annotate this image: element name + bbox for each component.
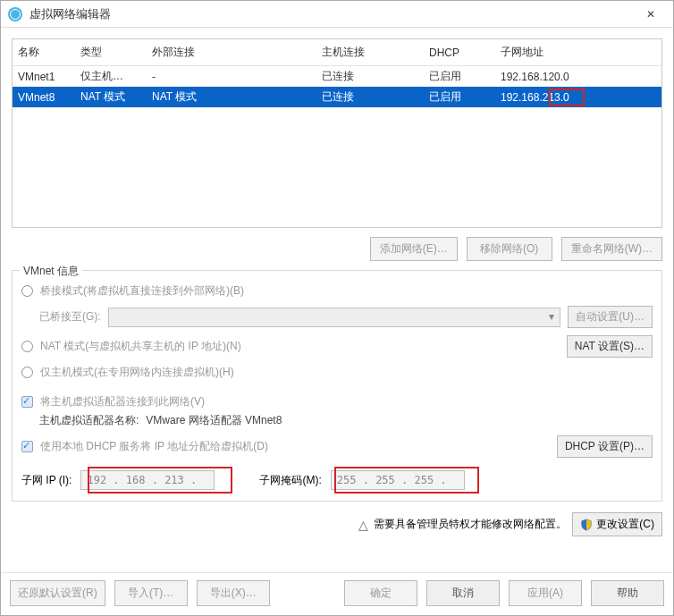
virtual-network-editor-window: 虚拟网络编辑器 ✕ 名称 类型 外部连接 主机连接 DHCP 子网地址 (0, 0, 674, 616)
cancel-button[interactable]: 取消 (426, 580, 500, 606)
bridge-mode-radio (21, 285, 33, 297)
table-row[interactable]: VMnet1 仅主机… - 已连接 已启用 192.168.120.0 (13, 66, 661, 88)
col-dhcp[interactable]: DHCP (424, 39, 495, 66)
help-button[interactable]: 帮助 (591, 580, 664, 606)
auto-settings-button: 自动设置(U)… (568, 306, 653, 328)
bridge-mode-label: 桥接模式(将虚拟机直接连接到外部网络)(B) (40, 283, 244, 299)
dhcp-label: 使用本地 DHCP 服务将 IP 地址分配给虚拟机(D) (40, 439, 268, 454)
col-name[interactable]: 名称 (13, 39, 75, 66)
content-area: 名称 类型 外部连接 主机连接 DHCP 子网地址 VMnet1 仅主机… - … (1, 28, 673, 572)
window-title: 虚拟网络编辑器 (29, 6, 636, 22)
networks-table[interactable]: 名称 类型 外部连接 主机连接 DHCP 子网地址 VMnet1 仅主机… - … (12, 38, 662, 228)
dhcp-settings-button[interactable]: DHCP 设置(P)… (557, 435, 653, 458)
bridged-to-label: 已桥接至(G): (39, 309, 101, 325)
admin-warning-row: △ 需要具备管理员特权才能修改网络配置。 更改设置(C) (12, 507, 662, 542)
host-adapter-name-prefix: 主机虚拟适配器名称: (39, 413, 139, 428)
export-button: 导出(X)… (197, 580, 270, 606)
admin-warning-text: 需要具备管理员特权才能修改网络配置。 (374, 517, 567, 532)
restore-defaults-button: 还原默认设置(R) (10, 580, 105, 606)
table-header-row: 名称 类型 外部连接 主机连接 DHCP 子网地址 (13, 39, 661, 66)
ok-button: 确定 (344, 580, 417, 606)
subnet-ip-label: 子网 IP (I): (21, 473, 72, 488)
bridged-to-dropdown (108, 308, 561, 327)
nat-settings-button[interactable]: NAT 设置(S)… (567, 335, 653, 358)
subnet-mask-input (331, 470, 465, 490)
host-adapter-name-value: VMware 网络适配器 VMnet8 (146, 413, 282, 428)
rename-network-button: 重命名网络(W)… (561, 237, 662, 261)
col-host[interactable]: 主机连接 (316, 39, 424, 66)
col-ext[interactable]: 外部连接 (147, 39, 316, 66)
apply-button: 应用(A) (509, 580, 582, 606)
change-settings-button[interactable]: 更改设置(C) (572, 512, 662, 536)
remove-network-button: 移除网络(O) (467, 237, 552, 261)
app-globe-icon (8, 7, 22, 21)
host-adapter-connect-checkbox (21, 396, 33, 408)
shield-icon (580, 519, 593, 531)
col-subnet[interactable]: 子网地址 (495, 39, 661, 66)
add-network-button: 添加网络(E)… (370, 237, 458, 261)
close-icon: ✕ (646, 8, 655, 21)
group-title: VMnet 信息 (20, 264, 82, 279)
table-row[interactable]: VMnet8 NAT 模式 NAT 模式 已连接 已启用 192.168.213… (13, 87, 661, 107)
subnet-ip-input (80, 470, 215, 490)
hostonly-mode-radio (21, 367, 33, 378)
host-adapter-connect-label: 将主机虚拟适配器连接到此网络(V) (40, 394, 205, 409)
col-type[interactable]: 类型 (75, 39, 147, 66)
nat-mode-radio (21, 341, 33, 352)
table-buttons: 添加网络(E)… 移除网络(O) 重命名网络(W)… (12, 233, 662, 263)
vmnet-info-group: VMnet 信息 桥接模式(将虚拟机直接连接到外部网络)(B) 已桥接至(G):… (12, 270, 662, 502)
close-button[interactable]: ✕ (636, 1, 666, 27)
warning-triangle-icon: △ (358, 518, 368, 532)
hostonly-mode-label: 仅主机模式(在专用网络内连接虚拟机)(H) (40, 365, 234, 380)
subnet-mask-label: 子网掩码(M): (259, 473, 321, 488)
nat-mode-label: NAT 模式(与虚拟机共享主机的 IP 地址)(N) (40, 339, 241, 354)
import-button: 导入(T)… (114, 580, 188, 606)
footer-buttons: 还原默认设置(R) 导入(T)… 导出(X)… 确定 取消 应用(A) 帮助 (1, 572, 673, 615)
titlebar: 虚拟网络编辑器 ✕ (1, 1, 673, 28)
dhcp-checkbox (21, 441, 33, 452)
